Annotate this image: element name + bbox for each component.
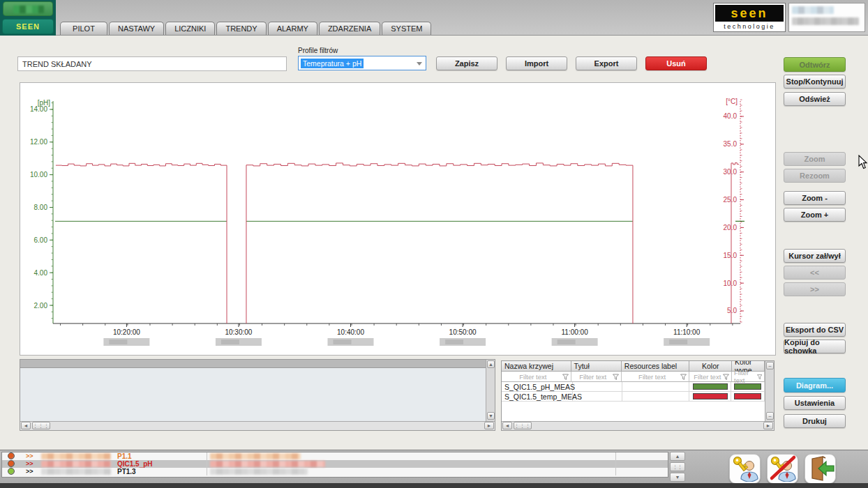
scroll-right-icon[interactable]: ► <box>484 422 494 429</box>
filter-cell-1[interactable]: Filter text <box>571 372 622 382</box>
column-header-0[interactable]: Nazwa krzywej <box>502 361 571 372</box>
alarm-row[interactable]: >>QIC1.5_pH <box>2 460 668 468</box>
alarm-row[interactable]: >>P1.1 <box>2 452 668 460</box>
filter-funnel-icon[interactable] <box>613 374 619 380</box>
filter-cell-4[interactable]: Filter text <box>732 372 765 382</box>
plant-status-button[interactable] <box>3 1 53 16</box>
scroll-up-icon[interactable]: ▲ <box>487 360 495 368</box>
scroll-left-icon[interactable]: ◄ <box>21 422 31 429</box>
alarm-list: >>P1.1>>QIC1.5_pH>>PT1.3 <box>1 452 668 478</box>
table-row[interactable]: S_QIC1.5_temp_MEAS <box>502 392 765 402</box>
export-button[interactable]: Export <box>576 56 637 70</box>
tab-nastawy[interactable]: NASTAWY <box>109 22 164 35</box>
scroll-down-icon[interactable]: ▼ <box>670 473 685 482</box>
zoom-minus-button[interactable]: Zoom - <box>784 191 846 205</box>
redacted-info-1 <box>792 6 834 14</box>
filter-funnel-icon[interactable] <box>757 374 762 380</box>
odswiez-button[interactable]: Odśwież <box>784 92 846 106</box>
scroll-left-icon[interactable]: ◄ <box>502 422 512 429</box>
kopiuj-do-schowka-button[interactable]: Kopiuj do schowka <box>784 340 846 353</box>
svg-text:40.0: 40.0 <box>724 112 738 120</box>
filter-funnel-icon[interactable] <box>562 374 569 380</box>
zoom-button[interactable]: Zoom <box>784 152 846 166</box>
svg-text:14.00: 14.00 <box>30 105 47 113</box>
filter-placeholder: Filter text <box>519 373 546 381</box>
tab-bar: PILOTNASTAWYLICZNIKITRENDYALARMYZDARZENI… <box>60 22 431 35</box>
alarm-row[interactable]: >>PT1.3 <box>2 468 668 475</box>
scroll-up-icon[interactable]: ▲ <box>670 452 685 461</box>
zapisz-button[interactable]: Zapisz <box>436 56 497 70</box>
tab-alarmy[interactable]: ALARMY <box>268 22 317 35</box>
svg-text:30.0: 30.0 <box>724 168 738 176</box>
alarm-list-scrollbar[interactable]: ▲ ⋮⋮ ▼ <box>670 452 687 482</box>
stop-kontynuuj-button[interactable]: Stop/Kontynuuj <box>784 75 846 89</box>
scroll-grip[interactable]: ⋮⋮ <box>670 462 685 471</box>
alarm-prefix: >> <box>26 460 33 467</box>
curve-resources-cell <box>622 392 689 402</box>
redacted-alarm-time <box>41 468 111 475</box>
redacted-alarm-description <box>210 468 308 475</box>
alarm-state-dot <box>8 460 15 467</box>
column-divider <box>615 468 616 475</box>
zoom-plus-button[interactable]: Zoom + <box>784 208 846 222</box>
tab-trendy[interactable]: TRENDY <box>216 22 266 35</box>
trend-name-input[interactable] <box>17 56 287 71</box>
scroll-right-icon[interactable]: ► <box>763 422 773 429</box>
top-bar: SEEN PILOTNASTAWYLICZNIKITRENDYALARMYZDA… <box>0 0 868 36</box>
cursor-values-vscrollbar[interactable]: ▲ ▼ <box>486 360 495 421</box>
filter-funnel-icon[interactable] <box>723 374 729 380</box>
filter-funnel-icon[interactable] <box>680 374 687 380</box>
tab-pilot[interactable]: PILOT <box>60 22 107 35</box>
scroll-down-icon[interactable]: ▼ <box>487 412 495 420</box>
tab-liczniki[interactable]: LICZNIKI <box>165 22 215 35</box>
svg-text:11:00:00: 11:00:00 <box>562 328 589 336</box>
logout-key-user-button[interactable] <box>767 454 798 484</box>
curve-table-hscrollbar[interactable]: ◄ ⋮⋮⋮ ► <box>502 421 774 430</box>
cursor-values-hscrollbar[interactable]: ◄ ⋮⋮⋮ ► <box>20 421 495 430</box>
filter-cell-2[interactable]: Filter text <box>622 372 690 382</box>
table-row[interactable]: S_QIC1.5_pH_MEAS <box>502 382 765 392</box>
filter-cell-0[interactable]: Filter text <box>502 372 571 382</box>
ustawienia-button[interactable]: Ustawienia <box>784 396 846 410</box>
import-button[interactable]: Import <box>506 56 567 70</box>
column-divider <box>615 452 616 460</box>
rezoom-button[interactable]: Rezoom <box>784 169 846 183</box>
cursor-prev-button[interactable]: << <box>784 266 846 280</box>
scroll-grip[interactable]: ⋮⋮⋮ <box>32 422 50 429</box>
profile-filter-select[interactable]: Temepratura + pH <box>298 56 426 70</box>
scroll-down-icon[interactable]: – <box>766 412 774 420</box>
column-header-3[interactable]: Kolor <box>689 361 732 372</box>
kursor-zal-wyl-button[interactable]: Kursor zał/wył <box>784 249 846 263</box>
redacted-alarm-description <box>210 453 301 459</box>
column-divider <box>207 452 207 460</box>
odtworz-button[interactable]: Odtwórz <box>784 57 846 72</box>
tab-system[interactable]: SYSTEM <box>382 22 431 35</box>
alarm-state-dot <box>8 468 15 475</box>
cursor-next-button[interactable]: >> <box>784 282 846 296</box>
svg-text:10.00: 10.00 <box>30 171 47 178</box>
filter-cell-3[interactable]: Filter text <box>689 372 732 382</box>
scroll-grip[interactable]: ⋮⋮⋮ <box>514 422 532 429</box>
tab-zdarzenia[interactable]: ZDARZENIA <box>319 22 380 35</box>
eksport-do-csv-button[interactable]: Eksport do CSV <box>784 323 846 337</box>
redacted-info-2 <box>792 17 859 25</box>
seen-home-button[interactable]: SEEN <box>2 19 54 34</box>
alarm-status-bar: >>P1.1>>QIC1.5_pH>>PT1.3 ▲ ⋮⋮ ▼ <box>0 450 868 488</box>
curve-table-header-row: Nazwa krzywejTytułResources labelKolorKo… <box>502 361 765 372</box>
diagram-button[interactable]: Diagram... <box>784 378 846 392</box>
filter-placeholder: Filter text <box>694 373 721 381</box>
alarm-tag: P1.1 <box>117 452 132 460</box>
login-key-user-button[interactable] <box>729 454 761 484</box>
trend-chart-panel[interactable]: [pH]14.0012.0010.008.006.004.002.00[°C]4… <box>20 82 776 356</box>
exit-door-button[interactable] <box>805 454 836 484</box>
scroll-up-icon[interactable]: – <box>766 362 774 369</box>
scroll-track <box>51 422 484 430</box>
curve-table-vscrollbar[interactable]: – – <box>765 361 774 421</box>
svg-text:4.00: 4.00 <box>34 269 48 277</box>
column-header-2[interactable]: Resources label <box>622 361 690 372</box>
drukuj-button[interactable]: Drukuj <box>784 414 846 428</box>
column-header-1[interactable]: Tytuł <box>571 361 622 372</box>
curve-fill-color-cell <box>731 392 765 402</box>
logo-subtitle: technologie <box>715 22 784 31</box>
usun-button[interactable]: Usuń <box>645 56 707 70</box>
